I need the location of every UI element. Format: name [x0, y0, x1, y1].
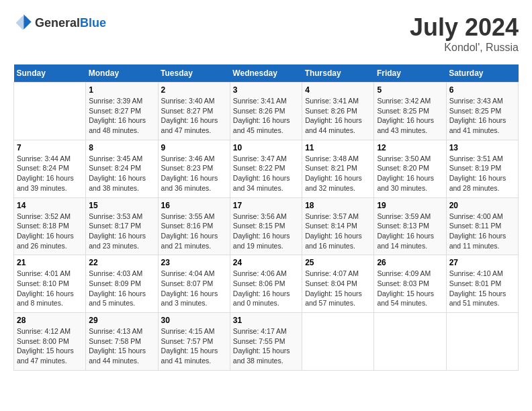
- day-number: 25: [305, 258, 371, 267]
- calendar-week-row: 14Sunrise: 3:52 AM Sunset: 8:18 PM Dayli…: [14, 197, 519, 255]
- calendar-cell: 4Sunrise: 3:41 AM Sunset: 8:26 PM Daylig…: [302, 83, 374, 140]
- logo-general-text: General: [35, 16, 80, 30]
- day-info: Sunrise: 4:17 AM Sunset: 7:55 PM Dayligh…: [233, 326, 299, 366]
- logo-icon: [13, 13, 32, 32]
- day-info: Sunrise: 4:15 AM Sunset: 7:57 PM Dayligh…: [161, 326, 227, 366]
- day-number: 30: [161, 316, 227, 325]
- day-info: Sunrise: 3:48 AM Sunset: 8:21 PM Dayligh…: [305, 154, 371, 193]
- day-info: Sunrise: 4:12 AM Sunset: 8:00 PM Dayligh…: [17, 326, 83, 366]
- calendar-cell: 3Sunrise: 3:41 AM Sunset: 8:26 PM Daylig…: [230, 83, 302, 140]
- header-thursday: Thursday: [302, 64, 374, 83]
- day-number: 20: [449, 201, 515, 210]
- calendar-cell: 28Sunrise: 4:12 AM Sunset: 8:00 PM Dayli…: [14, 313, 86, 371]
- page-header: GeneralBlue July 2024 Kondol', Russia: [13, 13, 519, 54]
- day-number: 23: [161, 258, 227, 267]
- day-info: Sunrise: 4:07 AM Sunset: 8:04 PM Dayligh…: [305, 269, 371, 308]
- day-number: 6: [449, 85, 515, 95]
- day-info: Sunrise: 3:42 AM Sunset: 8:25 PM Dayligh…: [377, 96, 443, 136]
- calendar-cell: 10Sunrise: 3:47 AM Sunset: 8:22 PM Dayli…: [230, 140, 302, 197]
- day-number: 9: [161, 143, 227, 152]
- calendar-cell: 15Sunrise: 3:53 AM Sunset: 8:17 PM Dayli…: [86, 197, 158, 255]
- header-sunday: Sunday: [14, 64, 86, 83]
- day-number: 24: [233, 258, 299, 267]
- calendar-cell: 23Sunrise: 4:04 AM Sunset: 8:07 PM Dayli…: [158, 255, 230, 313]
- day-number: 26: [377, 258, 443, 267]
- calendar-week-row: 21Sunrise: 4:01 AM Sunset: 8:10 PM Dayli…: [14, 255, 519, 313]
- day-number: 12: [377, 143, 443, 152]
- day-number: 7: [17, 143, 83, 152]
- day-info: Sunrise: 3:41 AM Sunset: 8:26 PM Dayligh…: [233, 96, 299, 136]
- day-number: 27: [449, 258, 515, 267]
- day-info: Sunrise: 3:52 AM Sunset: 8:18 PM Dayligh…: [17, 212, 83, 251]
- day-info: Sunrise: 3:47 AM Sunset: 8:22 PM Dayligh…: [233, 154, 299, 193]
- calendar-cell: 25Sunrise: 4:07 AM Sunset: 8:04 PM Dayli…: [302, 255, 374, 313]
- day-info: Sunrise: 3:46 AM Sunset: 8:23 PM Dayligh…: [161, 154, 227, 193]
- header-friday: Friday: [374, 64, 446, 83]
- day-info: Sunrise: 3:43 AM Sunset: 8:25 PM Dayligh…: [449, 96, 515, 136]
- header-tuesday: Tuesday: [158, 64, 230, 83]
- day-number: 22: [89, 258, 154, 267]
- title-block: July 2024 Kondol', Russia: [410, 13, 519, 54]
- calendar-cell: 5Sunrise: 3:42 AM Sunset: 8:25 PM Daylig…: [374, 83, 446, 140]
- day-number: 10: [233, 143, 299, 152]
- calendar-cell: 20Sunrise: 4:00 AM Sunset: 8:11 PM Dayli…: [446, 197, 518, 255]
- day-info: Sunrise: 4:13 AM Sunset: 7:58 PM Dayligh…: [89, 326, 154, 366]
- day-number: 17: [233, 201, 299, 210]
- calendar-cell: 14Sunrise: 3:52 AM Sunset: 8:18 PM Dayli…: [14, 197, 86, 255]
- header-wednesday: Wednesday: [230, 64, 302, 83]
- day-info: Sunrise: 3:40 AM Sunset: 8:27 PM Dayligh…: [161, 96, 227, 136]
- calendar-cell: 13Sunrise: 3:51 AM Sunset: 8:19 PM Dayli…: [446, 140, 518, 197]
- calendar-cell: 9Sunrise: 3:46 AM Sunset: 8:23 PM Daylig…: [158, 140, 230, 197]
- day-number: 15: [89, 201, 154, 210]
- logo: GeneralBlue: [13, 13, 106, 32]
- day-info: Sunrise: 4:01 AM Sunset: 8:10 PM Dayligh…: [17, 269, 83, 308]
- day-number: 31: [233, 316, 299, 325]
- day-info: Sunrise: 4:10 AM Sunset: 8:01 PM Dayligh…: [449, 269, 515, 308]
- day-number: 3: [233, 85, 299, 95]
- calendar-week-row: 7Sunrise: 3:44 AM Sunset: 8:24 PM Daylig…: [14, 140, 519, 197]
- day-number: 1: [89, 85, 154, 95]
- calendar-cell: 1Sunrise: 3:39 AM Sunset: 8:27 PM Daylig…: [86, 83, 158, 140]
- day-info: Sunrise: 3:50 AM Sunset: 8:20 PM Dayligh…: [377, 154, 443, 193]
- header-monday: Monday: [86, 64, 158, 83]
- day-info: Sunrise: 3:59 AM Sunset: 8:13 PM Dayligh…: [377, 212, 443, 251]
- calendar-cell: 30Sunrise: 4:15 AM Sunset: 7:57 PM Dayli…: [158, 313, 230, 371]
- day-info: Sunrise: 3:56 AM Sunset: 8:15 PM Dayligh…: [233, 212, 299, 251]
- calendar-cell: 24Sunrise: 4:06 AM Sunset: 8:06 PM Dayli…: [230, 255, 302, 313]
- calendar-cell: [446, 313, 518, 371]
- day-number: 2: [161, 85, 227, 95]
- day-number: 13: [449, 143, 515, 152]
- calendar-title: July 2024: [410, 13, 519, 42]
- calendar-cell: 19Sunrise: 3:59 AM Sunset: 8:13 PM Dayli…: [374, 197, 446, 255]
- calendar-cell: 16Sunrise: 3:55 AM Sunset: 8:16 PM Dayli…: [158, 197, 230, 255]
- day-number: 4: [305, 85, 371, 95]
- calendar-cell: 6Sunrise: 3:43 AM Sunset: 8:25 PM Daylig…: [446, 83, 518, 140]
- calendar-cell: 11Sunrise: 3:48 AM Sunset: 8:21 PM Dayli…: [302, 140, 374, 197]
- day-info: Sunrise: 3:41 AM Sunset: 8:26 PM Dayligh…: [305, 96, 371, 136]
- day-number: 29: [89, 316, 154, 325]
- day-info: Sunrise: 3:44 AM Sunset: 8:24 PM Dayligh…: [17, 154, 83, 193]
- calendar-table: SundayMondayTuesdayWednesdayThursdayFrid…: [13, 64, 519, 371]
- day-number: 11: [305, 143, 371, 152]
- calendar-cell: 17Sunrise: 3:56 AM Sunset: 8:15 PM Dayli…: [230, 197, 302, 255]
- day-number: 18: [305, 201, 371, 210]
- day-number: 28: [17, 316, 83, 325]
- calendar-cell: 2Sunrise: 3:40 AM Sunset: 8:27 PM Daylig…: [158, 83, 230, 140]
- day-info: Sunrise: 4:00 AM Sunset: 8:11 PM Dayligh…: [449, 212, 515, 251]
- calendar-cell: 26Sunrise: 4:09 AM Sunset: 8:03 PM Dayli…: [374, 255, 446, 313]
- day-info: Sunrise: 3:45 AM Sunset: 8:24 PM Dayligh…: [89, 154, 154, 193]
- calendar-cell: 22Sunrise: 4:03 AM Sunset: 8:09 PM Dayli…: [86, 255, 158, 313]
- calendar-cell: 29Sunrise: 4:13 AM Sunset: 7:58 PM Dayli…: [86, 313, 158, 371]
- day-info: Sunrise: 3:55 AM Sunset: 8:16 PM Dayligh…: [161, 212, 227, 251]
- day-info: Sunrise: 3:57 AM Sunset: 8:14 PM Dayligh…: [305, 212, 371, 251]
- day-info: Sunrise: 4:06 AM Sunset: 8:06 PM Dayligh…: [233, 269, 299, 308]
- day-info: Sunrise: 3:51 AM Sunset: 8:19 PM Dayligh…: [449, 154, 515, 193]
- logo-blue-text: Blue: [80, 16, 106, 30]
- calendar-cell: 12Sunrise: 3:50 AM Sunset: 8:20 PM Dayli…: [374, 140, 446, 197]
- day-number: 5: [377, 85, 443, 95]
- day-info: Sunrise: 4:04 AM Sunset: 8:07 PM Dayligh…: [161, 269, 227, 308]
- calendar-cell: [374, 313, 446, 371]
- calendar-cell: 18Sunrise: 3:57 AM Sunset: 8:14 PM Dayli…: [302, 197, 374, 255]
- calendar-cell: 7Sunrise: 3:44 AM Sunset: 8:24 PM Daylig…: [14, 140, 86, 197]
- calendar-location: Kondol', Russia: [410, 42, 519, 54]
